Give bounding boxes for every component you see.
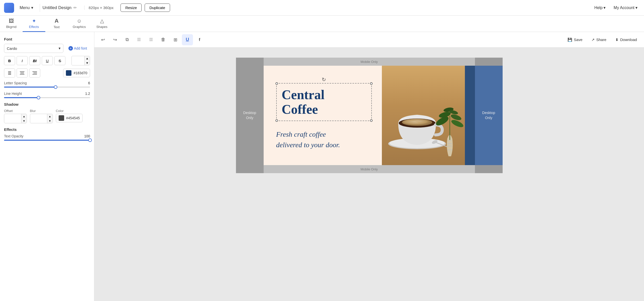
coffee-text-panel: ↻ Central Coffee: [264, 66, 382, 165]
align-row: ☰: [4, 68, 90, 78]
letter-spacing-value: 6: [88, 81, 90, 85]
font-size-down-button[interactable]: ▼: [84, 61, 90, 65]
text-opacity-fill: [4, 140, 90, 141]
shadow-offset-label: Offset: [4, 109, 27, 113]
my-account-button[interactable]: My Account ▾: [611, 4, 640, 12]
design-canvas: Mobile Only DesktopOnly: [236, 58, 503, 173]
text-opacity-track[interactable]: [4, 140, 90, 141]
resize-button[interactable]: Resize: [120, 4, 142, 12]
coffee-title-line2: Coffee: [282, 102, 318, 117]
save-button[interactable]: 💾 Save: [564, 35, 586, 44]
tab-text-label: Text: [54, 25, 60, 29]
shadow-blur-input-wrap: 0 ▲ ▼: [30, 114, 53, 123]
shadow-blur-arrows: ▲ ▼: [47, 114, 53, 123]
top-right-grey-bar: [475, 58, 503, 66]
undo-button[interactable]: ↩: [97, 34, 108, 45]
letter-spacing-section: Letter Spacing 6: [4, 81, 90, 88]
letter-spacing-thumb[interactable]: [54, 85, 57, 89]
download-button[interactable]: ⬇ Download: [611, 35, 641, 44]
font-size-input-group: 34 ▲ ▼: [71, 56, 90, 65]
plus-circle-icon: +: [68, 46, 73, 51]
facebook-button[interactable]: f: [194, 34, 205, 45]
move-down-button[interactable]: ⬇⃞: [134, 34, 145, 45]
shadow-blur-down-button[interactable]: ▼: [47, 119, 53, 123]
italic-icon: I: [22, 59, 23, 63]
coffee-subtitle-text[interactable]: Fresh craft coffee delivered to your doo…: [276, 129, 372, 150]
shadow-blur-up-button[interactable]: ▲: [47, 114, 53, 119]
align-right-icon: [32, 71, 37, 74]
grid-icon: ⊞: [174, 37, 177, 43]
align-left-button[interactable]: ☰: [4, 68, 15, 78]
align-right-button[interactable]: [29, 68, 40, 78]
letter-spacing-track[interactable]: [4, 87, 90, 88]
help-button[interactable]: Help ▾: [592, 4, 608, 12]
text-opacity-thumb[interactable]: [88, 138, 92, 142]
shadow-color-label: Color: [56, 109, 90, 113]
shadow-offset-input[interactable]: 0: [4, 115, 21, 122]
redo-button[interactable]: ↪: [109, 34, 120, 45]
line-height-track[interactable]: [4, 97, 90, 98]
menu-button[interactable]: Menu ▾: [17, 4, 36, 12]
shadow-color-button[interactable]: #454545: [56, 114, 83, 122]
graphics-icon: ☺: [77, 18, 82, 24]
menu-chevron-icon: ▾: [31, 5, 33, 10]
shadow-blur-input[interactable]: 0: [30, 115, 47, 122]
font-size-arrows: ▲ ▼: [84, 56, 90, 65]
share-button[interactable]: ↗ Share: [587, 35, 610, 44]
bold-button[interactable]: B: [4, 56, 15, 65]
coffee-title-line1: Central: [282, 88, 325, 102]
coffee-subtitle-line2: delivered to your door.: [276, 141, 340, 149]
copy-icon: ⧉: [126, 37, 129, 42]
tab-graphics-label: Graphics: [73, 25, 86, 29]
font-size-input[interactable]: 34: [72, 57, 84, 64]
line-height-section: Line Height 1.2: [4, 92, 90, 98]
add-font-button[interactable]: + Add font: [65, 44, 90, 52]
rotate-handle[interactable]: ↻: [322, 77, 326, 83]
top-left-grey-bar: [236, 58, 264, 66]
tab-effects[interactable]: ✦ Effects: [23, 16, 45, 32]
corner-handle-tl[interactable]: [275, 82, 278, 85]
edit-title-icon[interactable]: ✏: [73, 5, 77, 10]
facebook-icon: f: [199, 37, 200, 42]
align-center-button[interactable]: [17, 68, 28, 78]
line-height-thumb[interactable]: [37, 96, 40, 99]
copy-button[interactable]: ⧉: [122, 34, 133, 45]
grid-button[interactable]: ⊞: [170, 34, 181, 45]
duplicate-button[interactable]: Duplicate: [145, 4, 170, 12]
text-selection-box[interactable]: ↻ Central Coffee: [276, 83, 372, 121]
shadow-controls-row: Offset 0 ▲ ▼ Blur 0: [4, 109, 90, 123]
corner-handle-tr[interactable]: [370, 82, 373, 85]
move-up-button[interactable]: ⬆⃞: [146, 34, 157, 45]
text-underline-toolbar-button[interactable]: U: [182, 34, 193, 45]
underline-button[interactable]: U: [42, 56, 53, 65]
text-style-row: B I BI U S 34: [4, 56, 90, 65]
line-height-value: 1.2: [85, 92, 90, 96]
shadow-offset-up-button[interactable]: ▲: [21, 114, 27, 119]
tool-tabs-bar: 🖼 Bkgrnd ✦ Effects A Text ☺ Graphics △ S…: [0, 16, 644, 32]
font-select[interactable]: Cardo ▾: [4, 44, 63, 53]
layer-up-icon: ⬆⃞: [149, 37, 153, 42]
shadow-section: Shadow Offset 0 ▲ ▼: [4, 102, 90, 123]
tab-shapes[interactable]: △ Shapes: [91, 16, 113, 32]
strikethrough-button[interactable]: S: [54, 56, 65, 65]
app-logo[interactable]: [4, 3, 14, 13]
tab-text[interactable]: A Text: [45, 16, 68, 32]
delete-button[interactable]: 🗑: [158, 34, 169, 45]
corner-handle-bl[interactable]: [275, 119, 278, 122]
canvas-main-row: DesktopOnly ↻: [236, 66, 503, 165]
underline-icon: U: [46, 59, 49, 63]
coffee-title-text[interactable]: Central Coffee: [282, 88, 366, 116]
italic-button[interactable]: I: [17, 56, 28, 65]
shadow-offset-down-button[interactable]: ▼: [21, 119, 27, 123]
corner-handle-br[interactable]: [370, 119, 373, 122]
effects-section: Effects Text Opacity 100: [4, 127, 90, 141]
text-color-button[interactable]: #183d70: [63, 69, 90, 77]
coffee-photo-panel: [382, 66, 475, 165]
font-size-up-button[interactable]: ▲: [84, 56, 90, 61]
dimensions-display: 820px × 360px: [84, 6, 117, 10]
design-title: Untitled Design: [43, 5, 71, 10]
bold-italic-button[interactable]: BI: [29, 56, 40, 65]
redo-icon: ↪: [113, 37, 117, 43]
tab-graphics[interactable]: ☺ Graphics: [68, 16, 91, 32]
tab-bkgrnd[interactable]: 🖼 Bkgrnd: [0, 16, 23, 32]
